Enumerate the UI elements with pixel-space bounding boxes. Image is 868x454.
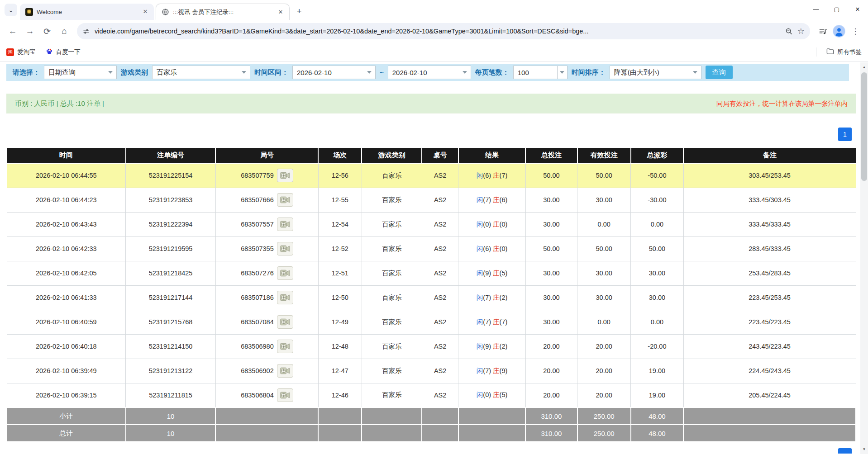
banker-result-score: (0)	[500, 245, 508, 252]
banker-result-label: 庄	[493, 245, 500, 252]
date-start-input[interactable]: 2026-02-10	[292, 66, 376, 79]
game-category-select[interactable]: 百家乐	[152, 66, 250, 79]
query-type-select[interactable]: 日期查询	[44, 66, 117, 79]
video-replay-button[interactable]	[277, 291, 293, 304]
footer-valid-bet: 250.00	[577, 407, 631, 425]
currency-summary-text: 币别 : 人民币 | 总共 :10 注单 |	[15, 99, 104, 108]
cell-note: 224.45/243.45	[683, 359, 856, 383]
footer-count: 10	[126, 425, 216, 442]
header-game-category: 游戏类别	[362, 148, 422, 163]
cell-total-bet[interactable]: 20.00	[525, 359, 577, 383]
header-total-bet: 总投注	[525, 148, 577, 163]
video-replay-button[interactable]	[277, 388, 293, 402]
video-replay-button[interactable]	[277, 242, 293, 255]
address-bar[interactable]: videoie.com/game/betrecord_search/kind3?…	[77, 23, 810, 39]
cell-table-id: AS2	[422, 359, 458, 383]
bookmark-baidu[interactable]: 百度一下	[46, 48, 81, 57]
video-replay-button[interactable]	[277, 193, 293, 207]
cell-total-bet[interactable]: 50.00	[525, 163, 577, 188]
footer-label: 总计	[7, 425, 126, 442]
new-tab-button[interactable]: +	[293, 5, 305, 17]
cell-time: 2026-02-10 06:41:33	[7, 285, 126, 310]
video-replay-button[interactable]	[277, 340, 293, 353]
cell-valid-bet: 20.00	[577, 334, 631, 359]
cell-total-bet[interactable]: 30.00	[525, 261, 577, 285]
media-controls-button[interactable]	[816, 24, 830, 38]
browser-menu-button[interactable]: ⋮	[848, 24, 863, 38]
date-end-input[interactable]: 2026-02-10	[388, 66, 471, 79]
pagination-page-1[interactable]: 1	[838, 128, 852, 141]
all-bookmarks-label: 所有书签	[837, 48, 862, 56]
video-replay-button[interactable]	[277, 315, 293, 329]
forward-button[interactable]: →	[23, 24, 37, 38]
round-number: 683507355	[241, 245, 274, 252]
plus-icon: +	[296, 6, 301, 16]
cell-game: 百家乐	[362, 310, 422, 334]
video-replay-button[interactable]	[277, 218, 293, 231]
tab-search-button[interactable]: ⌄	[5, 4, 17, 16]
reload-button[interactable]: ⟳	[40, 24, 54, 38]
back-button[interactable]: ←	[5, 24, 20, 38]
cell-table-id: AS2	[422, 383, 458, 407]
cell-session: 12-51	[318, 261, 362, 285]
cell-total-bet[interactable]: 30.00	[525, 212, 577, 236]
close-window-button[interactable]: ✕	[847, 0, 868, 18]
zoom-icon[interactable]	[785, 28, 793, 35]
cell-bet-id: 523191213122	[126, 359, 216, 383]
forward-icon: →	[26, 26, 34, 36]
browser-toolbar: ← → ⟳ ⌂ videoie.com/game/betrecord_searc…	[0, 20, 868, 43]
cell-total-bet[interactable]: 30.00	[525, 285, 577, 310]
tab-bet-records[interactable]: :::视讯 会员下注纪录::: ✕	[156, 4, 290, 20]
video-replay-button[interactable]	[277, 169, 293, 182]
page-size-input[interactable]: 100	[513, 66, 558, 79]
cell-time: 2026-02-10 06:43:43	[7, 212, 126, 236]
cell-round: 683506804	[215, 383, 318, 407]
page-size-dropdown-button[interactable]	[558, 66, 568, 79]
round-number: 683507276	[241, 270, 274, 277]
cell-total-bet[interactable]: 50.00	[525, 236, 577, 261]
tab-welcome[interactable]: Welcome ✕	[20, 4, 154, 20]
cell-round: 683507759	[215, 163, 318, 188]
cell-total-bet[interactable]: 20.00	[525, 383, 577, 407]
close-tab-icon[interactable]: ✕	[141, 8, 149, 16]
cell-result: 闲(7) 庄(6)	[458, 188, 525, 212]
pagination-bottom-partial[interactable]	[838, 448, 852, 454]
maximize-button[interactable]: ▢	[826, 0, 847, 18]
page-scrollbar[interactable]: ▲ ▼	[860, 62, 868, 454]
player-result-score: (6)	[483, 172, 491, 179]
site-settings-icon[interactable]	[82, 28, 90, 35]
home-button[interactable]: ⌂	[57, 24, 72, 38]
sort-select[interactable]: 降冪(由大到小)	[610, 66, 701, 79]
footer-count: 10	[126, 407, 216, 425]
search-button[interactable]: 查询	[706, 66, 733, 79]
cell-result: 闲(9) 庄(5)	[458, 261, 525, 285]
cell-total-bet[interactable]: 20.00	[525, 334, 577, 359]
bookmark-star-icon[interactable]: ☆	[797, 26, 805, 36]
home-icon: ⌂	[62, 26, 67, 36]
cell-bet-id: 523191217144	[126, 285, 216, 310]
cell-result: 闲(6) 庄(0)	[458, 236, 525, 261]
cell-total-bet[interactable]: 30.00	[525, 310, 577, 334]
cell-total-bet[interactable]: 30.00	[525, 188, 577, 212]
cell-session: 12-55	[318, 188, 362, 212]
scroll-up-icon[interactable]: ▲	[860, 63, 868, 71]
cell-session: 12-54	[318, 212, 362, 236]
bookmark-aitaobao[interactable]: 淘 爱淘宝	[6, 48, 36, 56]
scroll-down-icon[interactable]: ▼	[860, 445, 868, 453]
baidu-paw-icon	[46, 48, 53, 57]
cell-time: 2026-02-10 06:44:55	[7, 163, 126, 188]
cell-round: 683506902	[215, 359, 318, 383]
all-bookmarks-button[interactable]: 所有书签	[826, 48, 862, 56]
close-tab-icon[interactable]: ✕	[277, 8, 285, 16]
round-number: 683507557	[241, 221, 274, 228]
video-replay-button[interactable]	[277, 266, 293, 280]
profile-avatar[interactable]	[833, 25, 845, 38]
video-replay-button[interactable]	[277, 364, 293, 378]
scrollbar-thumb[interactable]	[861, 72, 867, 181]
chevron-down-icon	[363, 71, 375, 74]
tab-title: :::视讯 会员下注纪录:::	[173, 8, 273, 16]
cell-valid-bet: 0.00	[577, 212, 631, 236]
minimize-button[interactable]: —	[806, 0, 826, 18]
table-row: 2026-02-10 06:39:49 523191213122 6835069…	[7, 359, 856, 383]
table-row: 2026-02-10 06:40:59 523191215768 6835070…	[7, 310, 856, 334]
